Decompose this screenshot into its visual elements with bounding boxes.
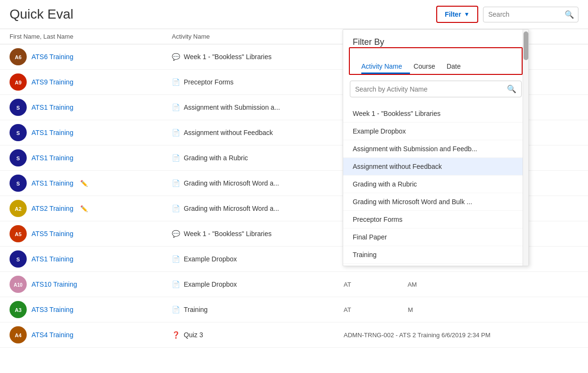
filter-list-item[interactable]: Assignment with Submission and Feedb...	[343, 140, 528, 158]
activity-type-icon: ❓	[172, 331, 180, 339]
student-cell: A6 ATS6 Training	[10, 48, 172, 65]
avatar: A9	[10, 73, 27, 91]
header-actions: Filter ▼ 🔍	[436, 6, 578, 23]
student-name[interactable]: ATS10 Training	[32, 280, 77, 288]
student-cell: A3 ATS3 Training	[10, 301, 172, 318]
filter-list-item[interactable]: Grading with a Rubric	[343, 176, 528, 193]
avatar: A4	[10, 326, 27, 343]
filter-tab-date[interactable]: Date	[447, 59, 469, 74]
student-name[interactable]: ATS9 Training	[32, 78, 74, 86]
filter-tabs: Activity NameCourseDate	[352, 54, 520, 74]
page-title: Quick Eval	[10, 7, 74, 22]
avatar: A2	[10, 200, 27, 217]
activity-type-icon: 📄	[172, 280, 180, 288]
activity-name: Grading with Microsoft Word a...	[184, 205, 279, 212]
table-row: A3 ATS3 Training 📄 Training AT M	[0, 297, 588, 322]
activity-name: Training	[184, 306, 208, 313]
course-cell: ADMN-TRNG-002 - ATS 2 Training 6/6/2019 …	[344, 332, 578, 339]
student-cell: S ATS1 Training	[10, 149, 172, 166]
svg-text:S: S	[16, 257, 20, 262]
activity-type-icon: 💬	[172, 230, 180, 238]
activity-type-icon: 📄	[172, 179, 180, 187]
filter-search-box: 🔍	[350, 81, 522, 97]
student-cell: A4 ATS4 Training	[10, 326, 172, 343]
filter-tabs-wrapper: Activity NameCourseDate	[349, 47, 523, 75]
student-name[interactable]: ATS6 Training	[32, 53, 74, 61]
edit-icon[interactable]: ✏️	[80, 180, 88, 187]
chevron-down-icon: ▼	[464, 11, 470, 18]
activity-type-icon: 📄	[172, 205, 180, 212]
activity-cell: 📄 Training	[172, 306, 344, 313]
student-name[interactable]: ATS1 Training	[32, 179, 74, 187]
svg-text:A3: A3	[15, 307, 21, 313]
student-name[interactable]: ATS1 Training	[32, 104, 74, 111]
svg-text:S: S	[16, 105, 20, 111]
avatar: A6	[10, 48, 27, 65]
activity-type-icon: 📄	[172, 78, 180, 86]
filter-button[interactable]: Filter ▼	[436, 6, 478, 23]
activity-name: Grading with a Rubric	[184, 154, 248, 162]
student-name[interactable]: ATS5 Training	[32, 230, 74, 238]
filter-list-item[interactable]: Final Paper	[343, 228, 528, 246]
table-row: A10 ATS10 Training 📄 Example Dropbox AT …	[0, 272, 588, 297]
activity-name: Week 1 - "Bookless" Libraries	[184, 230, 272, 238]
activity-type-icon: 📄	[172, 154, 180, 162]
filter-label: Filter	[445, 10, 461, 18]
activity-cell: 📄 Example Dropbox	[172, 280, 344, 288]
edit-icon[interactable]: ✏️	[80, 205, 88, 212]
student-name[interactable]: ATS4 Training	[32, 331, 74, 339]
activity-cell: 📄 Grading with Microsoft Word a...	[172, 179, 344, 187]
avatar: A10	[10, 276, 27, 293]
activity-type-icon: 📄	[172, 104, 180, 111]
svg-text:S: S	[16, 181, 20, 186]
activity-cell: 📄 Assignment with Submission a...	[172, 104, 344, 111]
student-cell: A9 ATS9 Training	[10, 73, 172, 91]
activity-name: Grading with Microsoft Word a...	[184, 179, 279, 187]
filter-list: Week 1 - "Bookless" LibrariesExample Dro…	[343, 103, 528, 266]
student-cell: A2 ATS2 Training✏️	[10, 200, 172, 217]
svg-text:A9: A9	[15, 80, 21, 85]
svg-text:A6: A6	[15, 54, 21, 60]
filter-list-item[interactable]: Example Dropbox	[343, 123, 528, 140]
scrollbar-thumb	[524, 31, 528, 60]
student-name[interactable]: ATS3 Training	[32, 306, 74, 313]
activity-name: Quiz 3	[184, 331, 203, 339]
avatar: A5	[10, 225, 27, 242]
filter-list-item[interactable]: Week 1 - "Bookless" Libraries	[343, 105, 528, 123]
svg-text:S: S	[16, 130, 20, 136]
filter-list-item[interactable]: Training	[343, 246, 528, 264]
activity-name: Preceptor Forms	[184, 78, 233, 86]
filter-tab-activity-name[interactable]: Activity Name	[361, 59, 410, 74]
filter-panel-title: Filter By	[343, 30, 528, 47]
filter-search-input[interactable]	[355, 85, 507, 93]
col-header-name: First Name, Last Name	[10, 33, 172, 40]
student-name[interactable]: ATS1 Training	[32, 129, 74, 136]
activity-cell: 📄 Grading with Microsoft Word a...	[172, 205, 344, 212]
student-name[interactable]: ATS1 Training	[32, 255, 74, 263]
activity-cell: 📄 Grading with a Rubric	[172, 154, 344, 162]
filter-search-icon[interactable]: 🔍	[507, 84, 516, 93]
filter-tab-course[interactable]: Course	[414, 59, 443, 74]
activity-name: Assignment with Submission a...	[184, 104, 280, 111]
avatar: S	[10, 250, 27, 268]
filter-list-item[interactable]: Preceptor Forms	[343, 211, 528, 228]
filter-list-item[interactable]: Assignment without Feedback	[343, 158, 528, 176]
header: Quick Eval Filter ▼ 🔍	[0, 0, 588, 29]
svg-text:A4: A4	[15, 332, 22, 338]
activity-name: Assignment without Feedback	[184, 129, 273, 136]
activity-type-icon: 📄	[172, 306, 180, 313]
student-cell: A5 ATS5 Training	[10, 225, 172, 242]
search-icon[interactable]: 🔍	[565, 10, 574, 19]
student-name[interactable]: ATS2 Training	[32, 205, 74, 212]
student-cell: S ATS1 Training	[10, 99, 172, 116]
avatar: S	[10, 149, 27, 166]
student-name[interactable]: ATS1 Training	[32, 154, 74, 162]
svg-text:A2: A2	[15, 206, 21, 212]
activity-type-icon: 📄	[172, 129, 180, 136]
global-search-input[interactable]	[488, 10, 565, 18]
filter-list-item[interactable]: Grading with Microsoft Word and Bulk ...	[343, 193, 528, 211]
svg-text:A5: A5	[15, 231, 21, 237]
avatar: A3	[10, 301, 27, 318]
filter-scrollbar[interactable]	[523, 30, 528, 266]
table-row: A4 ATS4 Training ❓ Quiz 3 ADMN-TRNG-002 …	[0, 322, 588, 348]
